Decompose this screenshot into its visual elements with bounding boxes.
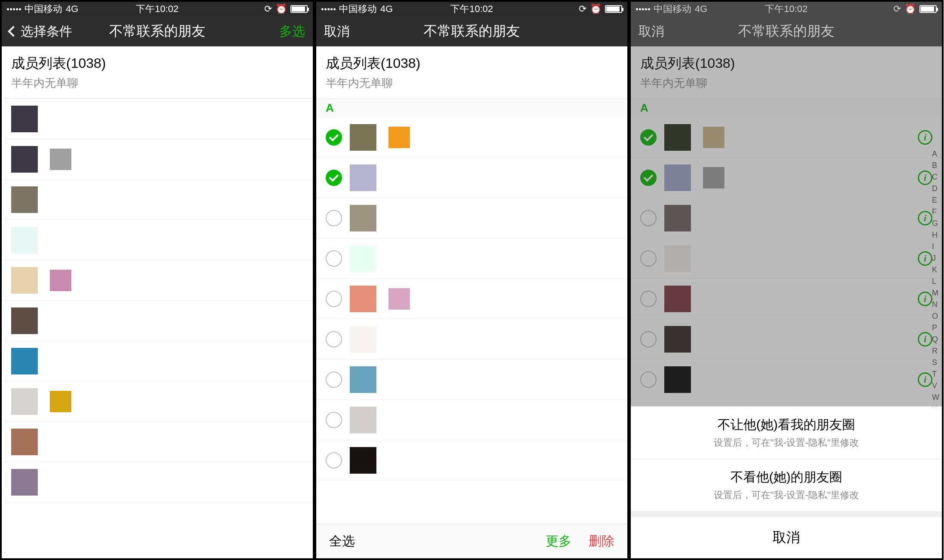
more-button[interactable]: 更多 bbox=[546, 533, 571, 550]
contact-row[interactable] bbox=[316, 319, 627, 359]
avatar bbox=[350, 366, 376, 393]
contact-name bbox=[46, 474, 303, 491]
clock-label: 下午10:02 bbox=[765, 3, 807, 15]
contact-row[interactable] bbox=[316, 238, 627, 279]
alarm-icon: ⏰ bbox=[275, 3, 287, 15]
contact-row[interactable] bbox=[2, 381, 313, 422]
contact-name bbox=[46, 353, 303, 370]
battery-icon bbox=[290, 5, 308, 13]
avatar bbox=[350, 205, 376, 231]
bottom-toolbar: 全选 更多 删除 bbox=[316, 524, 627, 558]
contact-row[interactable] bbox=[2, 301, 313, 341]
contact-name bbox=[79, 393, 303, 410]
status-bar: 中国移动 4G 下午10:02 ⟳ ⏰ bbox=[316, 2, 627, 16]
contact-name bbox=[384, 250, 618, 267]
avatar bbox=[11, 186, 38, 213]
cancel-button[interactable]: 取消 bbox=[638, 23, 664, 40]
action-hide-their-moments[interactable]: 不看他(她)的朋友圈 设置后，可在"我-设置-隐私"里修改 bbox=[631, 459, 942, 511]
list-header: 成员列表(1038) bbox=[316, 46, 627, 76]
contact-row[interactable] bbox=[2, 341, 313, 381]
contact-name bbox=[418, 290, 618, 307]
avatar-extra bbox=[50, 391, 71, 412]
status-bar: 中国移动 4G 下午10:02 ⟳ ⏰ bbox=[631, 2, 942, 16]
contact-row[interactable] bbox=[316, 359, 627, 400]
action-cancel-button[interactable]: 取消 bbox=[631, 517, 942, 558]
contact-row[interactable] bbox=[2, 220, 313, 260]
select-checkbox[interactable] bbox=[326, 371, 342, 388]
contact-row[interactable] bbox=[316, 440, 627, 481]
contact-name bbox=[79, 272, 303, 289]
page-title: 不常联系的朋友 bbox=[738, 22, 834, 41]
list-subheader: 半年内无单聊 bbox=[2, 76, 313, 99]
contact-name bbox=[384, 169, 618, 186]
cancel-label: 取消 bbox=[324, 23, 350, 40]
avatar bbox=[350, 286, 376, 312]
content-area: 成员列表(1038) 半年内无单聊 A iiiiiii ABCDEFGHIJKL… bbox=[631, 46, 942, 558]
select-checkbox[interactable] bbox=[326, 331, 342, 347]
carrier-label: 中国移动 bbox=[339, 3, 377, 15]
select-checkbox[interactable] bbox=[326, 250, 342, 267]
select-checkbox[interactable] bbox=[326, 210, 342, 226]
contact-row[interactable] bbox=[316, 158, 627, 198]
contact-row[interactable] bbox=[316, 400, 627, 440]
contact-name bbox=[384, 210, 618, 227]
avatar-extra bbox=[50, 149, 71, 170]
select-all-button[interactable]: 全选 bbox=[329, 533, 355, 550]
contact-row[interactable] bbox=[316, 117, 627, 158]
action-title: 不看他(她)的朋友圈 bbox=[635, 469, 938, 486]
avatar bbox=[11, 227, 38, 253]
avatar bbox=[11, 388, 38, 415]
select-checkbox[interactable] bbox=[326, 291, 342, 307]
contact-row[interactable] bbox=[2, 260, 313, 301]
status-bar: 中国移动 4G 下午10:02 ⟳ ⏰ bbox=[2, 2, 313, 16]
nav-bar: 取消 不常联系的朋友 bbox=[316, 16, 627, 46]
avatar-extra bbox=[50, 270, 71, 291]
carrier-label: 中国移动 bbox=[24, 3, 62, 15]
action-title: 不让他(她)看我的朋友圈 bbox=[635, 416, 938, 434]
contact-row[interactable] bbox=[2, 462, 313, 502]
multi-select-button[interactable]: 多选 bbox=[279, 23, 305, 40]
battery-icon bbox=[605, 5, 622, 13]
action-sheet: 不让他(她)看我的朋友圈 设置后，可在"我-设置-隐私"里修改 不看他(她)的朋… bbox=[631, 406, 942, 558]
signal-icon bbox=[321, 8, 336, 10]
contact-row[interactable] bbox=[2, 139, 313, 180]
action-subtitle: 设置后，可在"我-设置-隐私"里修改 bbox=[635, 436, 938, 449]
select-checkbox[interactable] bbox=[326, 129, 342, 146]
avatar bbox=[11, 469, 38, 496]
avatar bbox=[350, 124, 376, 151]
avatar-extra bbox=[388, 288, 410, 310]
avatar bbox=[11, 267, 38, 294]
avatar bbox=[350, 245, 376, 272]
contact-name bbox=[418, 129, 618, 146]
screen-1-view: 中国移动 4G 下午10:02 ⟳ ⏰ 选择条件 不常联系的朋友 多选 成员列表… bbox=[0, 0, 315, 560]
cancel-button[interactable]: 取消 bbox=[324, 23, 350, 40]
contact-name bbox=[384, 411, 618, 429]
delete-button[interactable]: 删除 bbox=[589, 533, 614, 550]
avatar bbox=[350, 164, 376, 191]
action-hide-my-moments[interactable]: 不让他(她)看我的朋友圈 设置后，可在"我-设置-隐私"里修改 bbox=[631, 406, 942, 459]
contact-row[interactable] bbox=[2, 180, 313, 220]
contact-name bbox=[46, 191, 303, 208]
contact-name bbox=[46, 312, 303, 329]
back-button[interactable]: 选择条件 bbox=[9, 23, 72, 40]
select-checkbox[interactable] bbox=[326, 170, 342, 186]
list-subheader: 半年内无单聊 bbox=[316, 76, 627, 99]
avatar bbox=[350, 326, 376, 353]
avatar-extra bbox=[388, 127, 410, 148]
select-checkbox[interactable] bbox=[326, 412, 342, 428]
clock-label: 下午10:02 bbox=[136, 3, 178, 15]
contact-name bbox=[384, 331, 618, 348]
contact-name bbox=[384, 371, 618, 388]
back-label: 选择条件 bbox=[21, 23, 72, 40]
contact-row[interactable] bbox=[2, 422, 313, 462]
contact-row[interactable] bbox=[316, 198, 627, 238]
contact-row[interactable] bbox=[316, 279, 627, 319]
avatar bbox=[11, 307, 38, 334]
nav-bar: 取消 不常联系的朋友 bbox=[631, 16, 942, 46]
contact-row[interactable] bbox=[2, 99, 313, 139]
contact-name bbox=[46, 433, 303, 450]
lock-icon: ⟳ bbox=[893, 3, 901, 15]
list-header: 成员列表(1038) bbox=[2, 46, 313, 76]
select-checkbox[interactable] bbox=[326, 452, 342, 469]
contact-name bbox=[79, 151, 303, 168]
